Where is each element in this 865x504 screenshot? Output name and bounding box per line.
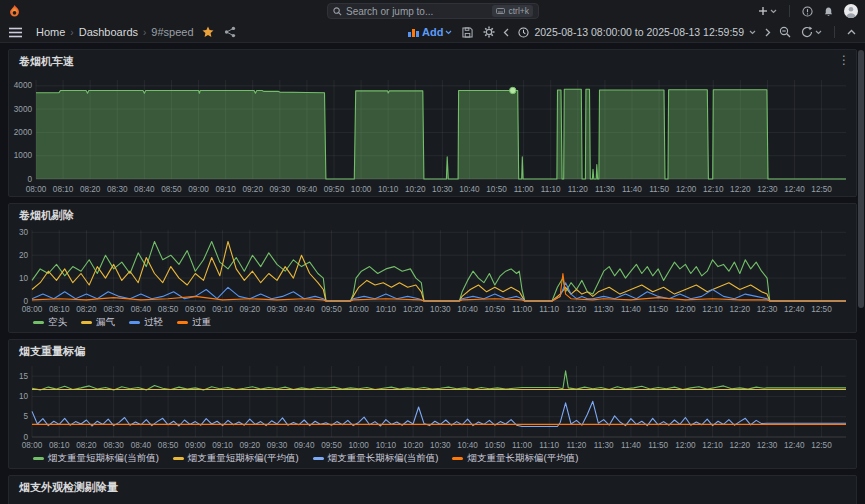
divider xyxy=(789,5,790,17)
share-icon xyxy=(224,26,236,38)
dashboard-settings-button[interactable] xyxy=(478,22,500,42)
svg-text:08:00: 08:00 xyxy=(26,185,47,194)
svg-text:08:20: 08:20 xyxy=(76,305,97,314)
svg-text:08:50: 08:50 xyxy=(158,441,179,450)
chevron-down-icon xyxy=(770,9,777,14)
legend-swatch xyxy=(33,321,44,324)
keyboard-icon xyxy=(496,8,505,14)
gear-icon xyxy=(483,26,495,38)
legend-label: 过轻 xyxy=(144,316,163,329)
search-placeholder: Search or jump to... xyxy=(346,6,488,17)
weight-deviation-chart[interactable]: 05101508:0008:1008:2008:3008:4008:5009:0… xyxy=(9,360,856,452)
breadcrumb-separator: › xyxy=(141,27,148,38)
legend-swatch xyxy=(177,321,188,324)
svg-text:10:50: 10:50 xyxy=(486,185,507,194)
legend-item[interactable]: 烟支重量短期标偏(当前值) xyxy=(33,452,159,465)
svg-text:20: 20 xyxy=(19,251,29,260)
svg-text:10:20: 10:20 xyxy=(403,441,424,450)
time-range-picker[interactable]: 2025-08-13 08:00:00 to 2025-08-13 12:59:… xyxy=(513,22,761,42)
svg-text:10:20: 10:20 xyxy=(403,305,424,314)
avatar-icon xyxy=(844,4,858,18)
search-input[interactable]: Search or jump to... ctrl+k xyxy=(327,3,539,19)
svg-text:08:40: 08:40 xyxy=(131,305,152,314)
svg-text:10:50: 10:50 xyxy=(485,441,506,450)
svg-text:12:20: 12:20 xyxy=(730,185,751,194)
vertical-scrollbar[interactable] xyxy=(857,43,865,504)
time-shift-back-button[interactable] xyxy=(500,22,513,42)
search-icon xyxy=(333,7,342,16)
svg-text:12:00: 12:00 xyxy=(675,305,696,314)
share-button[interactable] xyxy=(219,22,241,42)
chevron-down-icon xyxy=(749,30,756,35)
time-shift-forward-button[interactable] xyxy=(761,22,774,42)
panel-title: 烟支外观检测剔除量 xyxy=(19,480,118,495)
collapse-toolbar-button[interactable] xyxy=(842,22,865,42)
svg-text:11:20: 11:20 xyxy=(568,185,588,194)
user-avatar[interactable] xyxy=(839,0,865,22)
svg-text:10: 10 xyxy=(19,274,29,283)
chart-legend: 空头漏气过轻过重 xyxy=(33,316,211,329)
help-button[interactable] xyxy=(797,0,818,22)
divider xyxy=(834,26,835,38)
machine-rejects-chart[interactable]: 010203008:0008:1008:2008:3008:4008:5009:… xyxy=(9,224,856,316)
svg-text:10:40: 10:40 xyxy=(457,305,478,314)
breadcrumb-dashboards[interactable]: Dashboards xyxy=(76,26,141,38)
svg-text:12:50: 12:50 xyxy=(811,185,832,194)
legend-item[interactable]: 漏气 xyxy=(81,316,115,329)
legend-item[interactable]: 烟支重量短期标偏(平均值) xyxy=(173,452,299,465)
hamburger-icon xyxy=(9,27,22,38)
new-button[interactable] xyxy=(753,0,782,22)
machine-speed-chart[interactable]: 0100020003000400008:0008:1008:2008:3008:… xyxy=(9,70,856,196)
notifications-button[interactable] xyxy=(818,0,839,22)
scrollbar-thumb[interactable] xyxy=(858,50,864,308)
svg-text:11:30: 11:30 xyxy=(594,441,614,450)
svg-text:10:30: 10:30 xyxy=(430,441,451,450)
dashboard-toolbar: Home › Dashboards › 9#speed Add xyxy=(0,22,865,43)
save-icon xyxy=(462,27,473,38)
svg-text:11:40: 11:40 xyxy=(621,441,641,450)
legend-item[interactable]: 烟支重量长期标偏(平均值) xyxy=(452,452,578,465)
mega-menu-toggle[interactable] xyxy=(0,22,27,42)
save-dashboard-button[interactable] xyxy=(457,22,478,42)
refresh-button[interactable] xyxy=(796,22,827,42)
legend-item[interactable]: 烟支重量长期标偏(当前值) xyxy=(313,452,439,465)
favorite-button[interactable] xyxy=(197,22,219,42)
svg-text:08:10: 08:10 xyxy=(53,185,74,194)
svg-text:10:10: 10:10 xyxy=(376,305,397,314)
legend-item[interactable]: 过重 xyxy=(177,316,211,329)
panel-appearance-rejects: 烟支外观检测剔除量 xyxy=(8,475,857,504)
legend-item[interactable]: 空头 xyxy=(33,316,67,329)
svg-text:09:10: 09:10 xyxy=(215,185,236,194)
svg-text:10:00: 10:00 xyxy=(351,185,372,194)
svg-text:09:20: 09:20 xyxy=(240,441,261,450)
breadcrumb: Home › Dashboards › 9#speed xyxy=(33,26,197,38)
panel-title: 卷烟机车速 xyxy=(19,54,74,69)
svg-text:3000: 3000 xyxy=(14,105,33,114)
chevron-up-icon xyxy=(847,29,856,35)
panel-menu-icon[interactable]: ⋮ xyxy=(838,53,850,67)
svg-text:08:00: 08:00 xyxy=(22,441,43,450)
svg-text:11:10: 11:10 xyxy=(541,185,561,194)
svg-text:10:20: 10:20 xyxy=(405,185,426,194)
grafana-flame-icon xyxy=(7,4,22,19)
chevron-left-icon xyxy=(503,28,510,37)
svg-text:11:10: 11:10 xyxy=(539,305,559,314)
legend-label: 空头 xyxy=(48,316,67,329)
panel-title: 卷烟机剔除 xyxy=(19,208,74,223)
legend-swatch xyxy=(173,457,184,460)
svg-text:1000: 1000 xyxy=(14,151,33,160)
legend-swatch xyxy=(452,457,463,460)
plus-icon xyxy=(758,6,768,16)
svg-text:5: 5 xyxy=(23,412,28,421)
legend-item[interactable]: 过轻 xyxy=(129,316,163,329)
grafana-logo[interactable] xyxy=(0,0,27,22)
svg-text:11:50: 11:50 xyxy=(648,305,668,314)
svg-text:12:50: 12:50 xyxy=(811,305,832,314)
svg-text:11:40: 11:40 xyxy=(622,185,642,194)
zoom-out-time-button[interactable] xyxy=(774,22,796,42)
svg-text:11:50: 11:50 xyxy=(649,185,669,194)
time-range-text: 2025-08-13 08:00:00 to 2025-08-13 12:59:… xyxy=(534,26,744,38)
breadcrumb-separator: › xyxy=(68,27,75,38)
add-panel-button[interactable]: Add xyxy=(403,22,457,42)
breadcrumb-home[interactable]: Home xyxy=(33,26,68,38)
